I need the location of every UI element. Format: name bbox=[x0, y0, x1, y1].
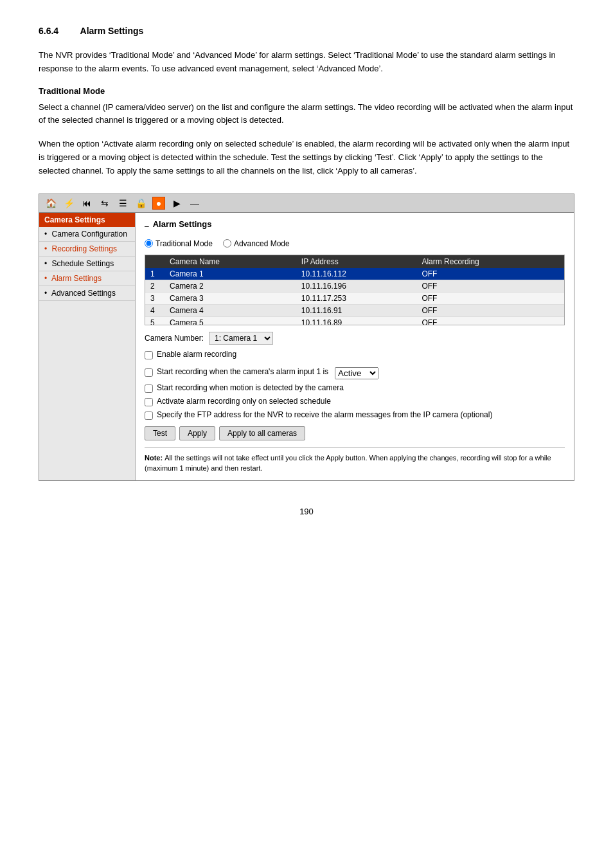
cam-recording: OFF bbox=[416, 316, 564, 325]
advanced-mode-label[interactable]: Advanced Mode bbox=[223, 239, 290, 248]
activate-schedule-checkbox[interactable] bbox=[145, 398, 153, 406]
start-on-alarm-checkbox[interactable] bbox=[145, 368, 153, 377]
cam-ip: 10.11.16.91 bbox=[296, 304, 417, 316]
content-area: – Alarm Settings Traditional Mode Advanc… bbox=[136, 213, 574, 480]
button-row: Test Apply Apply to all cameras bbox=[145, 426, 565, 440]
camera-table-wrapper[interactable]: Camera Name IP Address Alarm Recording 1… bbox=[145, 255, 565, 325]
lock-icon[interactable]: 🔒 bbox=[134, 197, 147, 210]
table-row[interactable]: 2 Camera 2 10.11.16.196 OFF bbox=[145, 280, 564, 292]
cam-num: 4 bbox=[145, 304, 164, 316]
paragraph-2: Select a channel (IP camera/video server… bbox=[39, 101, 574, 128]
sidebar-item-camera-config[interactable]: • Camera Configuration bbox=[39, 227, 135, 242]
start-on-motion-row: Start recording when motion is detected … bbox=[145, 383, 565, 393]
home-icon[interactable]: 🏠 bbox=[44, 197, 57, 210]
sidebar-item-alarm-settings[interactable]: • Alarm Settings bbox=[39, 271, 135, 286]
start-on-motion-checkbox[interactable] bbox=[145, 384, 153, 393]
enable-alarm-row: Enable alarm recording bbox=[145, 350, 565, 359]
advanced-mode-radio[interactable] bbox=[223, 239, 231, 248]
start-on-alarm-label: Start recording when the camera's alarm … bbox=[157, 367, 328, 376]
sidebar-item-advanced-settings[interactable]: • Advanced Settings bbox=[39, 286, 135, 301]
ui-panel: 🏠 ⚡ ⏮ ⇆ ☰ 🔒 ● ▶ — Camera Settings • Came… bbox=[39, 194, 574, 481]
traditional-mode-label[interactable]: Traditional Mode bbox=[145, 239, 213, 248]
camera-icon[interactable]: ● bbox=[152, 197, 165, 210]
camera-number-row: Camera Number: 1: Camera 12: Camera 23: … bbox=[145, 332, 565, 345]
specify-ftp-checkbox[interactable] bbox=[145, 411, 153, 420]
apply-all-button[interactable]: Apply to all cameras bbox=[219, 426, 305, 440]
col-header-name bbox=[145, 255, 164, 268]
alarm-input-state-select[interactable]: Active Inactive bbox=[335, 367, 378, 379]
start-on-motion-label: Start recording when motion is detected … bbox=[157, 383, 344, 392]
menu-icon[interactable]: ☰ bbox=[116, 197, 129, 210]
page-number: 190 bbox=[39, 507, 574, 516]
specify-ftp-row: Specify the FTP address for the NVR to r… bbox=[145, 410, 565, 420]
section-heading: 6.6.4 Alarm Settings bbox=[39, 26, 574, 36]
alarm-dash: – bbox=[145, 222, 149, 231]
cam-name: Camera 1 bbox=[164, 268, 296, 280]
specify-ftp-label: Specify the FTP address for the NVR to r… bbox=[157, 410, 492, 419]
sidebar-section-label: Camera Settings bbox=[39, 213, 135, 227]
traditional-mode-radio[interactable] bbox=[145, 239, 153, 248]
alarm-panel-title: Alarm Settings bbox=[153, 219, 212, 229]
cam-recording: OFF bbox=[416, 268, 564, 280]
col-header-ip: IP Address bbox=[296, 255, 417, 268]
lightning-icon[interactable]: ⚡ bbox=[62, 197, 75, 210]
play-icon[interactable]: ▶ bbox=[170, 197, 183, 210]
cam-ip: 10.11.17.253 bbox=[296, 292, 417, 304]
cam-ip: 10.11.16.89 bbox=[296, 316, 417, 325]
camera-number-select[interactable]: 1: Camera 12: Camera 23: Camera 34: Came… bbox=[209, 332, 273, 345]
enable-alarm-checkbox[interactable] bbox=[145, 351, 153, 359]
test-button[interactable]: Test bbox=[145, 426, 175, 440]
sidebar-item-schedule-settings[interactable]: • Schedule Settings bbox=[39, 257, 135, 271]
mode-row: Traditional Mode Advanced Mode bbox=[145, 239, 565, 248]
dvr-icon[interactable]: ⏮ bbox=[80, 197, 93, 210]
sidebar-item-recording-settings[interactable]: • Recording Settings bbox=[39, 242, 135, 257]
panel-body: Camera Settings • Camera Configuration •… bbox=[39, 213, 574, 480]
cam-num: 2 bbox=[145, 280, 164, 292]
cam-ip: 10.11.16.112 bbox=[296, 268, 417, 280]
enable-alarm-label: Enable alarm recording bbox=[157, 350, 236, 359]
table-row[interactable]: 1 Camera 1 10.11.16.112 OFF bbox=[145, 268, 564, 280]
cam-name: Camera 2 bbox=[164, 280, 296, 292]
cam-num: 3 bbox=[145, 292, 164, 304]
note-box: Note: All the settings will not take eff… bbox=[145, 453, 565, 474]
sidebar: Camera Settings • Camera Configuration •… bbox=[39, 213, 136, 480]
section-title-text: Alarm Settings bbox=[80, 26, 144, 36]
cam-name: Camera 3 bbox=[164, 292, 296, 304]
dash-icon[interactable]: — bbox=[188, 197, 201, 210]
paragraph-1: The NVR provides ‘Traditional Mode’ and … bbox=[39, 49, 574, 76]
camera-table: Camera Name IP Address Alarm Recording 1… bbox=[145, 255, 564, 325]
paragraph-3: When the option ‘Activate alarm recordin… bbox=[39, 138, 574, 177]
arrow-icon[interactable]: ⇆ bbox=[98, 197, 111, 210]
start-on-alarm-row: Start recording when the camera's alarm … bbox=[145, 367, 565, 379]
toolbar: 🏠 ⚡ ⏮ ⇆ ☰ 🔒 ● ▶ — bbox=[39, 194, 574, 213]
cam-name: Camera 5 bbox=[164, 316, 296, 325]
cam-num: 5 bbox=[145, 316, 164, 325]
note-text: All the settings will not take effect un… bbox=[145, 454, 551, 473]
table-row[interactable]: 5 Camera 5 10.11.16.89 OFF bbox=[145, 316, 564, 325]
subsection-title: Traditional Mode bbox=[39, 86, 574, 96]
apply-button[interactable]: Apply bbox=[179, 426, 215, 440]
separator bbox=[145, 447, 565, 448]
activate-schedule-label: Activate alarm recording only on selecte… bbox=[157, 397, 331, 406]
cam-ip: 10.11.16.196 bbox=[296, 280, 417, 292]
camera-number-label: Camera Number: bbox=[145, 334, 204, 343]
cam-recording: OFF bbox=[416, 304, 564, 316]
table-row[interactable]: 3 Camera 3 10.11.17.253 OFF bbox=[145, 292, 564, 304]
table-row[interactable]: 4 Camera 4 10.11.16.91 OFF bbox=[145, 304, 564, 316]
activate-schedule-row: Activate alarm recording only on selecte… bbox=[145, 397, 565, 406]
cam-recording: OFF bbox=[416, 292, 564, 304]
section-number: 6.6.4 bbox=[39, 26, 58, 36]
cam-recording: OFF bbox=[416, 280, 564, 292]
col-header-recording: Alarm Recording bbox=[416, 255, 564, 268]
cam-num: 1 bbox=[145, 268, 164, 280]
cam-name: Camera 4 bbox=[164, 304, 296, 316]
col-header-camera: Camera Name bbox=[164, 255, 296, 268]
